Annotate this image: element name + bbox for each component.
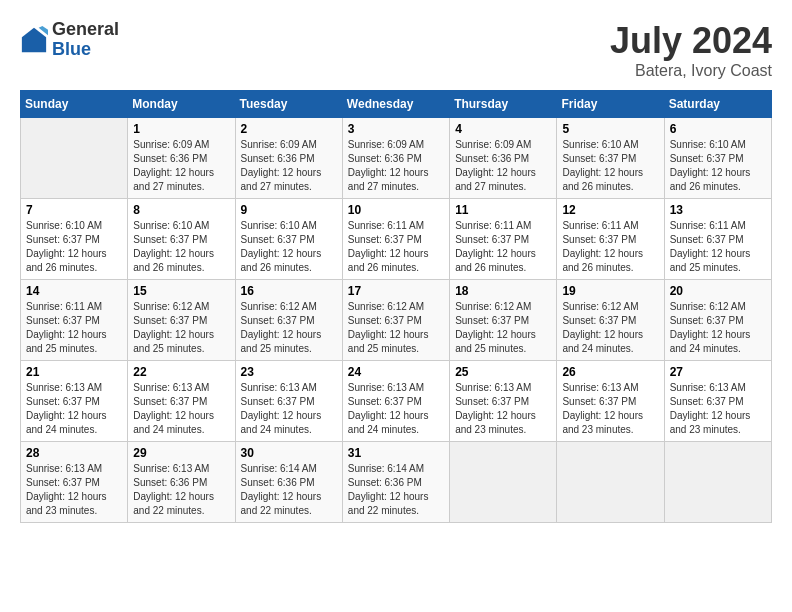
calendar-cell: 26Sunrise: 6:13 AMSunset: 6:37 PMDayligh… [557,361,664,442]
day-info: Sunrise: 6:11 AMSunset: 6:37 PMDaylight:… [562,219,658,275]
day-info: Sunrise: 6:13 AMSunset: 6:37 PMDaylight:… [26,381,122,437]
day-info: Sunrise: 6:12 AMSunset: 6:37 PMDaylight:… [455,300,551,356]
day-info: Sunrise: 6:14 AMSunset: 6:36 PMDaylight:… [348,462,444,518]
day-info: Sunrise: 6:13 AMSunset: 6:37 PMDaylight:… [670,381,766,437]
day-number: 10 [348,203,444,217]
calendar-cell: 22Sunrise: 6:13 AMSunset: 6:37 PMDayligh… [128,361,235,442]
calendar-cell: 9Sunrise: 6:10 AMSunset: 6:37 PMDaylight… [235,199,342,280]
day-header-wednesday: Wednesday [342,91,449,118]
day-info: Sunrise: 6:10 AMSunset: 6:37 PMDaylight:… [670,138,766,194]
calendar-cell: 2Sunrise: 6:09 AMSunset: 6:36 PMDaylight… [235,118,342,199]
day-number: 30 [241,446,337,460]
calendar-week-row: 21Sunrise: 6:13 AMSunset: 6:37 PMDayligh… [21,361,772,442]
logo: General Blue [20,20,119,60]
day-info: Sunrise: 6:09 AMSunset: 6:36 PMDaylight:… [133,138,229,194]
day-info: Sunrise: 6:13 AMSunset: 6:36 PMDaylight:… [133,462,229,518]
calendar-cell [557,442,664,523]
calendar-week-row: 7Sunrise: 6:10 AMSunset: 6:37 PMDaylight… [21,199,772,280]
day-number: 17 [348,284,444,298]
day-info: Sunrise: 6:10 AMSunset: 6:37 PMDaylight:… [133,219,229,275]
svg-marker-0 [22,28,46,52]
day-info: Sunrise: 6:12 AMSunset: 6:37 PMDaylight:… [241,300,337,356]
day-number: 29 [133,446,229,460]
calendar-cell: 27Sunrise: 6:13 AMSunset: 6:37 PMDayligh… [664,361,771,442]
day-header-thursday: Thursday [450,91,557,118]
day-info: Sunrise: 6:14 AMSunset: 6:36 PMDaylight:… [241,462,337,518]
calendar-cell: 17Sunrise: 6:12 AMSunset: 6:37 PMDayligh… [342,280,449,361]
calendar-cell: 31Sunrise: 6:14 AMSunset: 6:36 PMDayligh… [342,442,449,523]
day-info: Sunrise: 6:09 AMSunset: 6:36 PMDaylight:… [348,138,444,194]
calendar-cell: 25Sunrise: 6:13 AMSunset: 6:37 PMDayligh… [450,361,557,442]
day-number: 16 [241,284,337,298]
calendar-cell: 16Sunrise: 6:12 AMSunset: 6:37 PMDayligh… [235,280,342,361]
day-info: Sunrise: 6:13 AMSunset: 6:37 PMDaylight:… [133,381,229,437]
day-info: Sunrise: 6:13 AMSunset: 6:37 PMDaylight:… [562,381,658,437]
day-info: Sunrise: 6:10 AMSunset: 6:37 PMDaylight:… [241,219,337,275]
day-number: 2 [241,122,337,136]
day-info: Sunrise: 6:09 AMSunset: 6:36 PMDaylight:… [455,138,551,194]
calendar-cell: 13Sunrise: 6:11 AMSunset: 6:37 PMDayligh… [664,199,771,280]
calendar-cell: 19Sunrise: 6:12 AMSunset: 6:37 PMDayligh… [557,280,664,361]
calendar-cell: 21Sunrise: 6:13 AMSunset: 6:37 PMDayligh… [21,361,128,442]
day-info: Sunrise: 6:13 AMSunset: 6:37 PMDaylight:… [455,381,551,437]
day-header-monday: Monday [128,91,235,118]
calendar-cell: 6Sunrise: 6:10 AMSunset: 6:37 PMDaylight… [664,118,771,199]
day-info: Sunrise: 6:12 AMSunset: 6:37 PMDaylight:… [348,300,444,356]
day-number: 20 [670,284,766,298]
day-number: 27 [670,365,766,379]
calendar-cell: 30Sunrise: 6:14 AMSunset: 6:36 PMDayligh… [235,442,342,523]
logo-text: General Blue [52,20,119,60]
calendar-cell: 5Sunrise: 6:10 AMSunset: 6:37 PMDaylight… [557,118,664,199]
day-number: 14 [26,284,122,298]
calendar-cell: 14Sunrise: 6:11 AMSunset: 6:37 PMDayligh… [21,280,128,361]
day-info: Sunrise: 6:12 AMSunset: 6:37 PMDaylight:… [670,300,766,356]
day-number: 25 [455,365,551,379]
calendar-table: SundayMondayTuesdayWednesdayThursdayFrid… [20,90,772,523]
calendar-cell: 8Sunrise: 6:10 AMSunset: 6:37 PMDaylight… [128,199,235,280]
day-number: 28 [26,446,122,460]
calendar-cell: 28Sunrise: 6:13 AMSunset: 6:37 PMDayligh… [21,442,128,523]
calendar-cell [450,442,557,523]
day-number: 4 [455,122,551,136]
day-info: Sunrise: 6:13 AMSunset: 6:37 PMDaylight:… [348,381,444,437]
day-number: 23 [241,365,337,379]
day-number: 11 [455,203,551,217]
day-info: Sunrise: 6:12 AMSunset: 6:37 PMDaylight:… [562,300,658,356]
calendar-week-row: 28Sunrise: 6:13 AMSunset: 6:37 PMDayligh… [21,442,772,523]
calendar-cell [21,118,128,199]
day-header-friday: Friday [557,91,664,118]
day-info: Sunrise: 6:09 AMSunset: 6:36 PMDaylight:… [241,138,337,194]
day-number: 31 [348,446,444,460]
calendar-cell: 12Sunrise: 6:11 AMSunset: 6:37 PMDayligh… [557,199,664,280]
day-header-tuesday: Tuesday [235,91,342,118]
calendar-cell: 4Sunrise: 6:09 AMSunset: 6:36 PMDaylight… [450,118,557,199]
day-info: Sunrise: 6:10 AMSunset: 6:37 PMDaylight:… [26,219,122,275]
day-info: Sunrise: 6:10 AMSunset: 6:37 PMDaylight:… [562,138,658,194]
month-year-title: July 2024 [610,20,772,62]
title-block: July 2024 Batera, Ivory Coast [610,20,772,80]
day-number: 3 [348,122,444,136]
day-info: Sunrise: 6:11 AMSunset: 6:37 PMDaylight:… [348,219,444,275]
day-number: 22 [133,365,229,379]
day-number: 24 [348,365,444,379]
day-number: 6 [670,122,766,136]
day-number: 21 [26,365,122,379]
day-number: 9 [241,203,337,217]
calendar-cell: 1Sunrise: 6:09 AMSunset: 6:36 PMDaylight… [128,118,235,199]
day-header-saturday: Saturday [664,91,771,118]
calendar-cell: 10Sunrise: 6:11 AMSunset: 6:37 PMDayligh… [342,199,449,280]
day-info: Sunrise: 6:13 AMSunset: 6:37 PMDaylight:… [241,381,337,437]
page-header: General Blue July 2024 Batera, Ivory Coa… [20,20,772,80]
day-info: Sunrise: 6:12 AMSunset: 6:37 PMDaylight:… [133,300,229,356]
day-number: 1 [133,122,229,136]
location-subtitle: Batera, Ivory Coast [610,62,772,80]
day-number: 19 [562,284,658,298]
calendar-week-row: 1Sunrise: 6:09 AMSunset: 6:36 PMDaylight… [21,118,772,199]
calendar-header-row: SundayMondayTuesdayWednesdayThursdayFrid… [21,91,772,118]
logo-icon [20,26,48,54]
calendar-cell: 11Sunrise: 6:11 AMSunset: 6:37 PMDayligh… [450,199,557,280]
calendar-cell: 29Sunrise: 6:13 AMSunset: 6:36 PMDayligh… [128,442,235,523]
day-number: 12 [562,203,658,217]
calendar-cell: 23Sunrise: 6:13 AMSunset: 6:37 PMDayligh… [235,361,342,442]
day-header-sunday: Sunday [21,91,128,118]
